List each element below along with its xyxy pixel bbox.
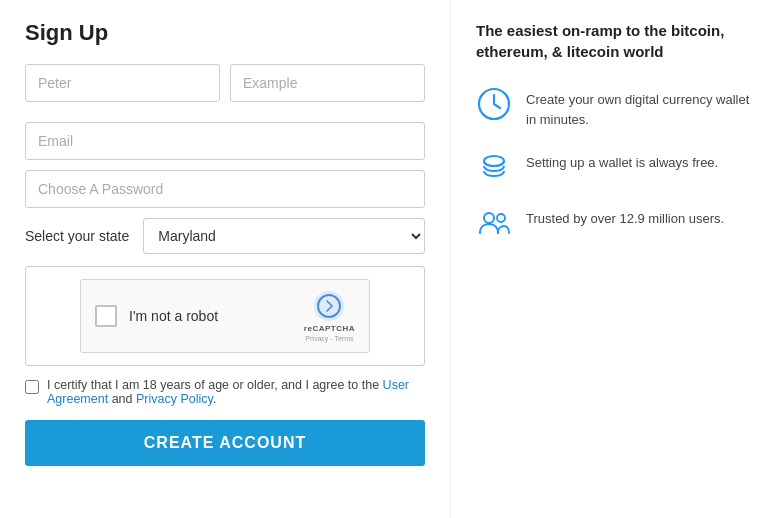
tagline: The easiest on-ramp to the bitcoin, ethe… — [476, 20, 754, 62]
svg-point-3 — [484, 213, 494, 223]
clock-icon — [476, 86, 512, 122]
agree-row: I certify that I am 18 years of age or o… — [25, 378, 425, 406]
email-input[interactable] — [25, 122, 425, 160]
users-icon — [476, 205, 512, 241]
captcha-container: I'm not a robot reCAPTCHA Privacy - Term… — [25, 266, 425, 366]
captcha-brand-label: reCAPTCHA — [304, 324, 355, 333]
feature-item-free: Setting up a wallet is always free. — [476, 149, 754, 185]
captcha-checkbox[interactable] — [95, 305, 117, 327]
state-select[interactable]: Maryland Alabama Alaska Arizona Arkansas… — [143, 218, 425, 254]
captcha-right: reCAPTCHA Privacy - Terms — [304, 290, 355, 342]
sidebar-panel: The easiest on-ramp to the bitcoin, ethe… — [450, 0, 779, 518]
feature-item-wallet: Create your own digital currency wallet … — [476, 86, 754, 129]
feature-text-wallet: Create your own digital currency wallet … — [526, 86, 754, 129]
agree-checkbox[interactable] — [25, 380, 39, 394]
privacy-policy-link[interactable]: Privacy Policy — [136, 392, 213, 406]
feature-text-trusted: Trusted by over 12.9 million users. — [526, 205, 724, 229]
feature-text-free: Setting up a wallet is always free. — [526, 149, 718, 173]
agree-period: . — [213, 392, 216, 406]
coins-icon — [476, 149, 512, 185]
first-name-input[interactable] — [25, 64, 220, 102]
password-input[interactable] — [25, 170, 425, 208]
create-account-button[interactable]: CREATE ACCOUNT — [25, 420, 425, 466]
last-name-input[interactable] — [230, 64, 425, 102]
feature-list: Create your own digital currency wallet … — [476, 86, 754, 241]
state-label: Select your state — [25, 228, 129, 244]
name-row — [25, 64, 425, 112]
feature-item-trusted: Trusted by over 12.9 million users. — [476, 205, 754, 241]
state-row: Select your state Maryland Alabama Alask… — [25, 218, 425, 254]
recaptcha-logo-icon — [313, 290, 345, 322]
agree-prefix: I certify that I am 18 years of age or o… — [47, 378, 383, 392]
page-title: Sign Up — [25, 20, 425, 46]
agree-text: I certify that I am 18 years of age or o… — [47, 378, 425, 406]
captcha-privacy-links: Privacy - Terms — [305, 335, 353, 342]
svg-point-4 — [497, 214, 505, 222]
captcha-widget[interactable]: I'm not a robot reCAPTCHA Privacy - Term… — [80, 279, 370, 353]
agree-and: and — [108, 392, 136, 406]
captcha-left: I'm not a robot — [95, 305, 218, 327]
captcha-label: I'm not a robot — [129, 308, 218, 324]
signup-form-panel: Sign Up Select your state Maryland Alaba… — [0, 0, 450, 518]
